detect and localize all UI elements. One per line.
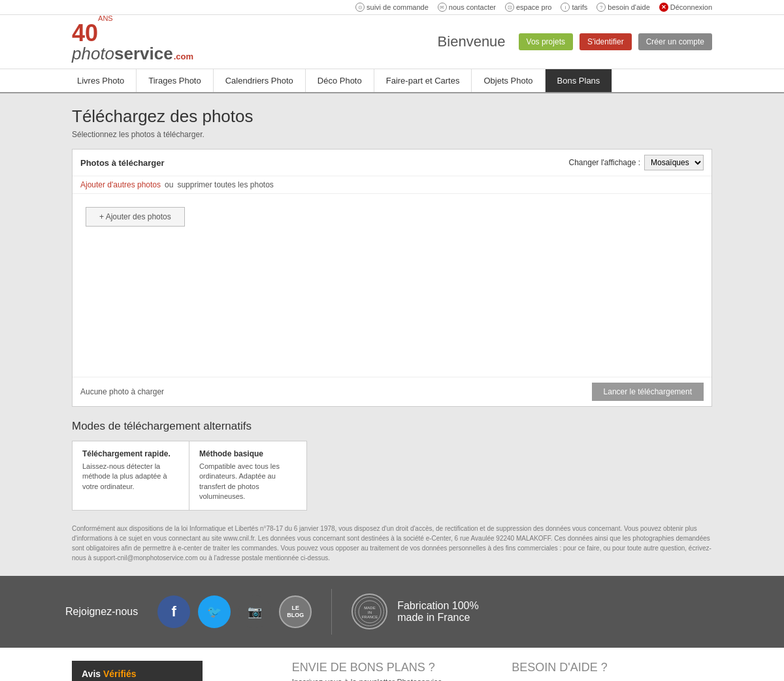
- display-changer-label: Changer l'affichage :: [569, 158, 640, 167]
- nav-calendriers-photo[interactable]: Calendriers Photo: [214, 69, 306, 92]
- footer-divider: [331, 589, 332, 635]
- logo[interactable]: 40 ANS photoservice .com: [72, 22, 193, 62]
- made-in-france-text: Fabrication 100%made in France: [397, 600, 479, 624]
- email-icon: ✉: [438, 3, 447, 12]
- facebook-icon[interactable]: f: [157, 595, 190, 628]
- mode-basique-title: Méthode basique: [199, 449, 297, 458]
- mode-basique-card: Méthode basique Compatible avec tous les…: [189, 441, 307, 511]
- besoin-aide-col: BESOIN D'AIDE ? Questions fréquentes Nou…: [512, 661, 712, 681]
- deconnexion-link[interactable]: ✕ Déconnexion: [659, 3, 712, 12]
- logo-number: 40: [72, 22, 98, 45]
- france-logo: MADE IN FRANCE: [351, 594, 387, 629]
- rejoignez-nous-text: Rejoignez-nous: [65, 606, 157, 618]
- main-nav: Livres Photo Tirages Photo Calendriers P…: [0, 69, 784, 93]
- svg-text:MADE: MADE: [364, 606, 375, 610]
- avis-label: Avis Vérifiés: [82, 669, 193, 679]
- footer-bottom: Avis Vérifiés AVIS DE NOS CLIENTS ★★★★☆ …: [0, 648, 784, 681]
- newsletter-title: ENVIE DE BONS PLANS ?: [292, 661, 493, 674]
- identifier-button[interactable]: S'identifier: [580, 33, 632, 50]
- mode-basique-desc: Compatible avec tous les ordinateurs. Ad…: [199, 462, 297, 502]
- add-photos-bar: Ajouter d'autres photos ou supprimer tou…: [73, 176, 711, 194]
- add-photos-button[interactable]: + Ajouter des photos: [86, 207, 185, 227]
- upload-header-left: Photos à télécharger: [80, 158, 165, 168]
- header: 40 ANS photoservice .com Bienvenue Vos p…: [0, 15, 784, 69]
- photos-a-telecharger-label: Photos à télécharger: [80, 158, 165, 168]
- nav-livres-photo[interactable]: Livres Photo: [65, 69, 137, 92]
- modes-grid: Téléchargement rapide. Laissez-nous déte…: [72, 441, 712, 511]
- newsletter-col: ENVIE DE BONS PLANS ? Inscrivez-vous à l…: [292, 661, 493, 681]
- mode-rapide-card: Téléchargement rapide. Laissez-nous déte…: [72, 441, 189, 511]
- help-icon: ?: [596, 3, 606, 12]
- blog-icon[interactable]: LEBLOG: [279, 595, 312, 628]
- besoin-aide-link[interactable]: ? besoin d'aide: [596, 3, 650, 12]
- delete-all-text[interactable]: supprimer toutes les photos: [177, 180, 273, 189]
- display-select[interactable]: Mosaïques: [644, 155, 704, 170]
- no-photo-text: Aucune photo à charger: [80, 387, 164, 396]
- logo-com: .com: [174, 52, 193, 61]
- tarifs-link[interactable]: i tarifs: [561, 3, 587, 12]
- pro-icon: ⊡: [505, 3, 514, 12]
- legal-text: Conformément aux dispositions de la loi …: [72, 524, 712, 563]
- avis-col: Avis Vérifiés AVIS DE NOS CLIENTS ★★★★☆ …: [72, 661, 272, 681]
- svg-text:IN: IN: [368, 610, 372, 614]
- suivi-commande-link[interactable]: ⊙ suivi de commande: [355, 3, 429, 12]
- add-photos-link[interactable]: Ajouter d'autres photos: [80, 180, 161, 189]
- logo-name: photo: [72, 45, 114, 62]
- avis-box: Avis Vérifiés: [72, 661, 203, 681]
- upload-footer: Aucune photo à charger Lancer le télécha…: [73, 377, 711, 406]
- mode-rapide-desc: Laissez-nous détecter la méthode la plus…: [82, 462, 179, 492]
- logo-ans: ANS: [98, 15, 113, 22]
- upload-header: Photos à télécharger Changer l'affichage…: [73, 150, 711, 176]
- bienvenue-text: Bienvenue: [438, 33, 506, 50]
- modes-section: Modes de téléchargement alternatifs Télé…: [72, 420, 712, 511]
- or-text: ou: [165, 180, 173, 189]
- logo-service: service: [114, 45, 173, 62]
- upload-box: Photos à télécharger Changer l'affichage…: [72, 149, 712, 407]
- newsletter-subtitle: Inscrivez-vous à la newsletter Photoserv…: [292, 678, 493, 681]
- modes-title: Modes de téléchargement alternatifs: [72, 420, 712, 433]
- made-in-france: MADE IN FRANCE Fabrication 100%made in F…: [351, 594, 479, 629]
- espace-pro-link[interactable]: ⊡ espace pro: [505, 3, 551, 12]
- nav-tirages-photo[interactable]: Tirages Photo: [137, 69, 213, 92]
- page-title: Téléchargez des photos: [72, 106, 712, 127]
- twitter-icon[interactable]: 🐦: [198, 595, 231, 628]
- besoin-aide-title: BESOIN D'AIDE ?: [512, 661, 712, 674]
- close-icon: ✕: [659, 3, 668, 12]
- nav-objets-photo[interactable]: Objets Photo: [472, 69, 545, 92]
- nav-faire-part[interactable]: Faire-part et Cartes: [374, 69, 472, 92]
- svg-text:FRANCE: FRANCE: [361, 615, 378, 619]
- vos-projets-button[interactable]: Vos projets: [519, 33, 573, 50]
- nous-contacter-link[interactable]: ✉ nous contacter: [438, 3, 496, 12]
- main-content: Téléchargez des photos Sélectionnez les …: [65, 106, 719, 563]
- launch-button[interactable]: Lancer le téléchargement: [592, 383, 704, 401]
- info-icon: i: [561, 3, 570, 12]
- nav-deco-photo[interactable]: Déco Photo: [306, 69, 374, 92]
- creer-compte-button[interactable]: Créer un compte: [638, 33, 712, 50]
- instagram-icon[interactable]: 📷: [238, 595, 271, 628]
- top-bar: ⊙ suivi de commande ✉ nous contacter ⊡ e…: [0, 0, 784, 15]
- clock-icon: ⊙: [355, 3, 365, 12]
- nav-bons-plans[interactable]: Bons Plans: [546, 69, 613, 92]
- page-subtitle: Sélectionnez les photos à télécharger.: [72, 130, 712, 139]
- upload-area: + Ajouter des photos: [73, 194, 711, 377]
- display-changer: Changer l'affichage : Mosaïques: [569, 155, 704, 170]
- social-icons: f 🐦 📷 LEBLOG: [157, 595, 312, 628]
- mode-rapide-title: Téléchargement rapide.: [82, 449, 179, 458]
- header-right: Bienvenue Vos projets S'identifier Créer…: [438, 33, 712, 50]
- footer-dark: Rejoignez-nous f 🐦 📷 LEBLOG MADE: [0, 576, 784, 648]
